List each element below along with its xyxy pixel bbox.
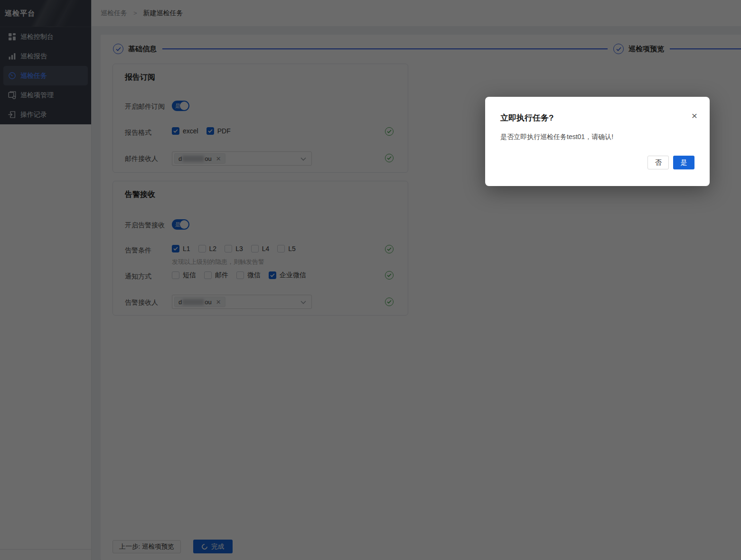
close-icon[interactable]: ×	[692, 111, 697, 121]
confirm-execute-modal: 立即执行任务? × 是否立即执行巡检任务test01，请确认! 否 是	[485, 97, 710, 186]
screen: 巡检平台 巡检控制台 巡检报告	[0, 0, 741, 560]
yes-button[interactable]: 是	[673, 156, 694, 169]
modal-actions: 否 是	[647, 156, 694, 169]
no-button[interactable]: 否	[647, 156, 669, 169]
modal-body-text: 是否立即执行巡检任务test01，请确认!	[500, 133, 613, 141]
modal-mask	[0, 0, 741, 560]
modal-title: 立即执行任务?	[500, 112, 553, 123]
